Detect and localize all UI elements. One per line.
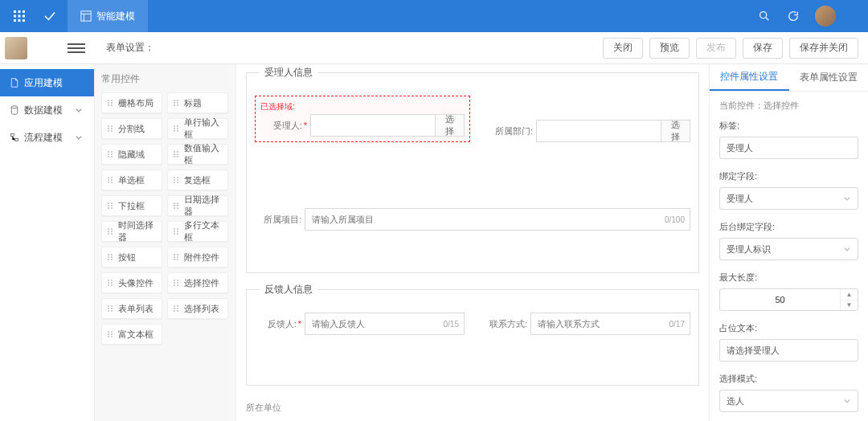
- reporter-field[interactable]: [305, 313, 444, 334]
- assignee-label: 受理人:*: [260, 120, 307, 132]
- palette-chip[interactable]: 时间选择器: [101, 221, 162, 242]
- drag-handle-icon: [173, 150, 181, 158]
- dept-pick-button[interactable]: 选择: [661, 121, 690, 141]
- palette-chip[interactable]: 附件控件: [167, 247, 228, 268]
- palette-chip[interactable]: 多行文本框: [167, 221, 228, 242]
- drag-handle-icon: [107, 330, 115, 338]
- svg-point-14: [11, 106, 18, 108]
- stepper-up-icon[interactable]: ▲: [841, 289, 858, 300]
- dept-input[interactable]: 选择: [536, 120, 690, 142]
- prop-placeholder-input[interactable]: [719, 339, 858, 362]
- svg-point-62: [177, 179, 178, 181]
- save-close-button[interactable]: 保存并关闭: [789, 38, 858, 59]
- prop-bind-select[interactable]: 受理人: [719, 187, 858, 210]
- svg-point-95: [174, 254, 175, 255]
- svg-point-23: [174, 100, 175, 101]
- assignee-field[interactable]: [311, 115, 435, 136]
- svg-point-63: [174, 182, 175, 183]
- svg-rect-4: [18, 15, 21, 18]
- publish-button[interactable]: 发布: [696, 38, 736, 59]
- search-icon[interactable]: [752, 4, 776, 28]
- palette-chip[interactable]: 下拉框: [101, 195, 162, 216]
- svg-point-55: [108, 179, 109, 181]
- project-field[interactable]: [305, 209, 665, 230]
- svg-point-116: [111, 308, 113, 309]
- palette-chip[interactable]: 标题: [167, 92, 228, 113]
- chip-label: 富文本框: [118, 329, 154, 341]
- svg-rect-5: [23, 15, 25, 18]
- svg-point-89: [108, 254, 109, 255]
- prop-mode-select[interactable]: 选人: [719, 390, 858, 412]
- svg-point-128: [111, 333, 113, 335]
- svg-point-99: [174, 259, 175, 260]
- nav-app-modeling[interactable]: 应用建模: [0, 69, 94, 96]
- dept-field[interactable]: [537, 121, 661, 141]
- breadcrumb[interactable]: 智能建模: [68, 0, 148, 32]
- section-legend: 受理人信息: [260, 66, 317, 80]
- svg-point-80: [111, 231, 113, 232]
- preview-button[interactable]: 预览: [649, 38, 690, 59]
- tab-widget-props[interactable]: 控件属性设置: [710, 64, 789, 91]
- svg-point-96: [177, 254, 178, 255]
- palette-chip[interactable]: 选择列表: [167, 298, 228, 319]
- prop-maxlen-input[interactable]: 50 ▲ ▼: [719, 288, 858, 311]
- svg-point-46: [111, 156, 113, 157]
- nav-flow-modeling[interactable]: 流程建模: [0, 124, 94, 151]
- palette-chip[interactable]: 富文本框: [101, 324, 162, 345]
- palette-chip[interactable]: 单选框: [101, 170, 162, 190]
- nav-data-modeling[interactable]: 数据建模: [0, 96, 94, 124]
- project-input[interactable]: 0/100: [305, 208, 690, 231]
- svg-rect-9: [81, 11, 91, 21]
- save-button[interactable]: 保存: [743, 38, 783, 59]
- svg-point-83: [174, 228, 175, 230]
- palette-chip[interactable]: 数值输入框: [167, 144, 228, 165]
- drag-handle-icon: [173, 253, 181, 261]
- palette-chip[interactable]: 单行输入框: [167, 118, 228, 139]
- contact-field[interactable]: [531, 313, 669, 334]
- svg-point-56: [111, 179, 113, 181]
- reporter-input[interactable]: 0/15: [305, 313, 465, 335]
- svg-point-18: [111, 100, 113, 101]
- svg-point-71: [174, 202, 175, 204]
- svg-rect-1: [18, 10, 21, 13]
- svg-point-30: [111, 125, 113, 127]
- chip-label: 头像控件: [118, 277, 154, 289]
- palette-chip[interactable]: 选择控件: [167, 272, 228, 293]
- palette-chip[interactable]: 分割线: [101, 118, 162, 139]
- svg-line-13: [766, 18, 768, 20]
- prop-backend-select[interactable]: 受理人标识: [719, 238, 858, 260]
- palette-chip[interactable]: 头像控件: [101, 272, 162, 293]
- user-avatar[interactable]: [815, 6, 836, 27]
- svg-rect-7: [18, 19, 21, 22]
- stepper-down-icon[interactable]: ▼: [841, 300, 858, 311]
- assignee-input[interactable]: 选择: [310, 114, 465, 137]
- svg-point-114: [111, 305, 113, 307]
- nav-label: 应用建模: [24, 76, 63, 90]
- palette-chip[interactable]: 栅格布局: [101, 92, 162, 113]
- drag-handle-icon: [173, 125, 181, 133]
- tab-form-props[interactable]: 表单属性设置: [789, 64, 869, 91]
- svg-point-88: [177, 233, 178, 235]
- palette-chip[interactable]: 隐藏域: [101, 144, 162, 165]
- svg-point-113: [108, 305, 109, 307]
- drag-handle-icon: [107, 305, 115, 313]
- close-button[interactable]: 关闭: [603, 38, 643, 59]
- svg-point-97: [174, 256, 175, 258]
- svg-point-130: [111, 336, 113, 337]
- svg-point-27: [174, 104, 175, 106]
- menu-toggle-icon[interactable]: [68, 39, 85, 57]
- apps-grid-icon[interactable]: [8, 5, 31, 27]
- svg-point-17: [108, 100, 109, 101]
- palette-chip[interactable]: 按钮: [101, 247, 162, 268]
- selected-widget-wrapper[interactable]: 已选择域: 受理人:* 选择: [255, 96, 470, 142]
- refresh-icon[interactable]: [781, 4, 805, 28]
- palette-chip[interactable]: 表单列表: [101, 298, 162, 319]
- svg-point-54: [111, 177, 113, 178]
- assignee-pick-button[interactable]: 选择: [435, 115, 464, 136]
- palette-chip[interactable]: 复选框: [167, 170, 228, 190]
- palette-chip[interactable]: 日期选择器: [167, 195, 228, 216]
- contact-input[interactable]: 0/17: [530, 313, 690, 335]
- prop-label-input[interactable]: [719, 137, 858, 159]
- prop-placeholder-title: 占位文本:: [719, 322, 858, 334]
- nav-label: 数据建模: [24, 104, 63, 117]
